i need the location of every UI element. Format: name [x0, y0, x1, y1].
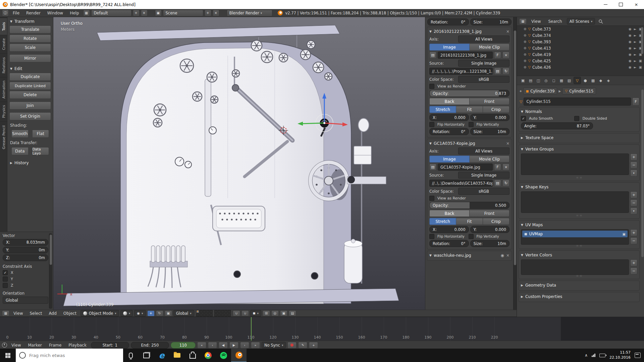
add-menu[interactable]: Add	[46, 311, 59, 316]
duplicate-button[interactable]: Duplicate	[9, 73, 51, 81]
tab-material-icon[interactable]: ●	[582, 77, 589, 84]
selectability-icon[interactable]: ►	[634, 65, 637, 69]
eye-icon[interactable]: ◉	[500, 253, 504, 258]
image-path-field[interactable]: //..\..\Downloads\GC1A0357-Kop...	[429, 180, 493, 187]
shape-key-specials-button[interactable]: ▾	[630, 207, 637, 215]
render-opengl-anim-button[interactable]: ◎	[271, 310, 279, 316]
source-selector[interactable]: Single Image	[458, 60, 509, 67]
search-input[interactable]	[29, 353, 104, 358]
flip-vertical-checkbox[interactable]	[469, 122, 474, 127]
movie-clip-tab[interactable]: Movie Clip	[470, 156, 509, 163]
play-reverse-button[interactable]: ◀	[219, 342, 228, 349]
store-taskbar-button[interactable]	[185, 349, 200, 362]
tab-create[interactable]: Create	[0, 35, 7, 53]
translate-button[interactable]: Translate	[9, 25, 51, 34]
viewport-3d[interactable]: User Ortho Meters x (110) Cylinder.339	[53, 17, 425, 310]
smooth-button[interactable]: Smooth	[11, 130, 29, 138]
visibility-icon[interactable]: ◉	[629, 27, 632, 31]
tab-animation[interactable]: Animation	[0, 77, 7, 102]
data-button[interactable]: Data	[11, 147, 29, 155]
image-path-field[interactable]: //..\..\..\..\..\Progra...1221308_1.jpg	[429, 68, 493, 75]
tab-physics[interactable]: Physics	[0, 102, 7, 121]
uv-maps-panel-header[interactable]: ▼ UV Maps	[521, 222, 637, 228]
snap-element-selector[interactable]: ■ ▾	[250, 310, 261, 316]
jump-to-start-button[interactable]: «	[197, 342, 206, 349]
history-panel-header[interactable]: ▶ History	[7, 159, 53, 166]
fake-user-button[interactable]: F	[632, 98, 639, 106]
tab-texture-icon[interactable]: ▩	[590, 77, 596, 84]
image-name-field[interactable]: GC1A0357-Kopie.jpg	[438, 164, 493, 171]
editor-type-icon[interactable]	[2, 343, 7, 348]
add-vertex-group-button[interactable]: +	[630, 154, 637, 161]
visibility-icon[interactable]: ◉	[629, 53, 632, 56]
view-as-render-checkbox[interactable]	[429, 196, 434, 201]
timeline-marker-menu[interactable]: Marker	[25, 343, 44, 348]
movie-clip-tab[interactable]: Movie Clip	[470, 44, 509, 51]
list-resize-grip[interactable]: ≡ ≡	[521, 177, 637, 179]
remove-vertex-color-button[interactable]: −	[630, 267, 637, 275]
selectability-icon[interactable]: ►	[634, 34, 637, 37]
view-menu[interactable]: View	[11, 311, 25, 316]
lock-icon[interactable]: ∪	[233, 310, 240, 316]
set-origin-button[interactable]: Set Origin	[9, 112, 51, 120]
duplicate-linked-button[interactable]: Duplicate Linked	[9, 82, 51, 90]
editor-type-icon[interactable]: ▦	[2, 310, 9, 316]
scale-button[interactable]: Scale	[9, 44, 51, 52]
unlink-image-button[interactable]: ×	[502, 164, 509, 171]
join-button[interactable]: Join	[9, 102, 51, 110]
bg-image-panel-header[interactable]: ▼ 20161021221308_1.jpg ×	[429, 28, 509, 35]
expand-icon[interactable]: ⊕	[524, 59, 526, 63]
frame-start-field[interactable]: Start:1	[91, 342, 129, 349]
renderability-icon[interactable]: ▣	[639, 65, 642, 69]
fit-toggle[interactable]: Fit	[456, 218, 483, 225]
outliner-row[interactable]: ⊕ ▽ Cube.373 ◉►▣	[517, 26, 644, 32]
add-shape-key-button[interactable]: +	[630, 191, 637, 198]
geometry-data-panel-header[interactable]: ▶ Geometry Data	[521, 282, 637, 288]
flip-horizontal-checkbox[interactable]	[429, 122, 434, 127]
vertex-groups-panel-header[interactable]: ▼ Vertex Groups	[521, 146, 637, 152]
auto-smooth-checkbox[interactable]: ✓	[521, 116, 526, 121]
front-toggle[interactable]: Front	[470, 210, 509, 217]
tab-data-icon[interactable]: ▽	[574, 77, 581, 84]
tab-object-icon[interactable]: ◻	[550, 77, 557, 84]
extra-icon[interactable]: ▣	[280, 310, 287, 316]
screen-layout-icon[interactable]: ▦	[83, 10, 90, 16]
clock[interactable]: 11:57 22.10.2016	[609, 350, 631, 360]
mirror-button[interactable]: Mirror	[9, 54, 51, 62]
outliner-row[interactable]: ⊕ ▽ Cube.393 ◉►▣	[517, 39, 644, 45]
jump-to-end-button[interactable]: »	[251, 342, 260, 349]
screen-layout-selector[interactable]: Default	[91, 10, 131, 16]
crop-toggle[interactable]: Crop	[483, 218, 509, 225]
vertex-colors-panel-header[interactable]: ▼ Vertex Colors	[521, 252, 637, 258]
render-engine-selector[interactable]: Blender Render▾	[227, 10, 272, 16]
auto-smooth-angle-field[interactable]: Angle:87.03°	[521, 122, 593, 129]
outliner-scrollbar[interactable]	[641, 27, 643, 54]
maximize-button[interactable]	[613, 0, 629, 9]
expand-icon[interactable]: ⊕	[524, 65, 526, 69]
open-file-button[interactable]: ▤	[494, 68, 501, 75]
open-file-button[interactable]: ▤	[494, 180, 501, 187]
constraint-z-checkbox[interactable]	[3, 283, 8, 288]
edge-taskbar-button[interactable]: e	[154, 349, 169, 362]
select-menu[interactable]: Select	[27, 311, 45, 316]
uv-maps-list[interactable]: ▦ UVMap ▣	[521, 229, 629, 245]
double-sided-checkbox[interactable]	[574, 116, 579, 121]
source-selector[interactable]: Single Image	[458, 172, 509, 179]
remove-vertex-group-button[interactable]: −	[630, 162, 637, 169]
rotation-field[interactable]: Rotation:0°	[429, 128, 469, 135]
selectability-icon[interactable]: ►	[634, 53, 637, 56]
bg-image-panel-header[interactable]: ▼ waschluke-neu.jpg ◉ ×	[429, 252, 509, 258]
mode-selector[interactable]: Object Mode ▾	[80, 310, 119, 316]
tab-world-icon[interactable]: ◎	[543, 77, 549, 84]
crop-toggle[interactable]: Crop	[483, 106, 509, 113]
expand-icon[interactable]: ⊕	[524, 34, 526, 37]
extra-icon[interactable]: ▤	[289, 310, 296, 316]
layers-widget[interactable]	[196, 310, 231, 316]
remove-uv-map-button[interactable]: −	[630, 237, 637, 244]
back-toggle[interactable]: Back	[429, 98, 470, 105]
manipulator-rotate-button[interactable]: ↻	[156, 310, 163, 316]
outliner-view-menu[interactable]: View	[529, 19, 543, 24]
data-layout-button[interactable]: Data Layo	[33, 147, 49, 155]
stretch-toggle[interactable]: Stretch	[429, 106, 456, 113]
flat-button[interactable]: Flat	[33, 130, 49, 138]
